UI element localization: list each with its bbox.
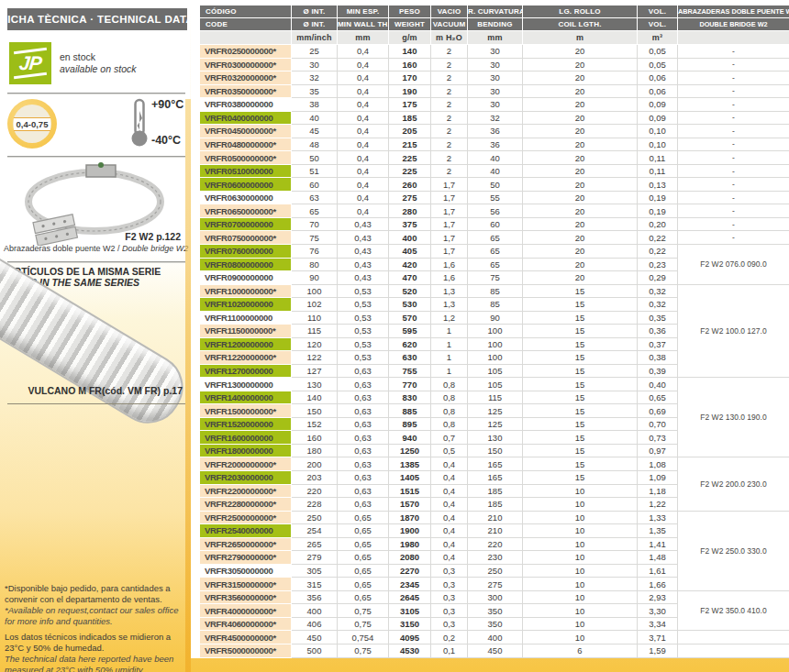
value-cell: 0,4 (431, 524, 468, 538)
page-title: FICHA TÈCNICA · TECHNICAL DATA (7, 8, 187, 30)
product-code-cell: VRFR0380000000 (200, 98, 292, 112)
value-cell: 20 (523, 217, 638, 231)
value-cell: 1,6 (431, 271, 468, 285)
value-cell: 0,22 (638, 231, 678, 245)
value-cell: 170 (389, 72, 431, 85)
value-cell: 0,29 (638, 271, 678, 285)
value-cell: 48 (292, 138, 338, 151)
value-cell: 45 (292, 125, 338, 138)
unit-mm: mm (338, 31, 389, 45)
clamp-ref-cell: - (678, 72, 789, 85)
value-cell: 0,63 (338, 457, 389, 471)
divider (7, 93, 185, 94)
value-cell: 254 (292, 524, 338, 538)
value-cell: 90 (292, 271, 338, 285)
clamp-ref-cell: F2 W2 100.0 127.0 (678, 284, 789, 378)
value-cell: 2 (431, 98, 468, 112)
value-cell: 1,35 (638, 524, 678, 538)
table-row: VRFR4500000000*4500,75440950,2400103,71 (200, 631, 789, 644)
unit-g-m: g/m (389, 31, 431, 45)
col-header-curvatura: R. CURVATURA (468, 6, 523, 18)
value-cell: 0,63 (338, 378, 389, 391)
value-cell: 1,09 (638, 471, 678, 485)
value-cell: 0,53 (338, 298, 389, 312)
value-cell: 20 (523, 204, 638, 218)
value-cell: 770 (389, 378, 431, 391)
value-cell: 0,65 (338, 551, 389, 565)
value-cell: 3,30 (638, 604, 678, 618)
value-cell: 20 (523, 138, 638, 151)
value-cell: 65 (292, 204, 338, 218)
value-cell: 65 (468, 231, 523, 245)
value-cell: 36 (468, 138, 523, 151)
value-cell: 0,11 (638, 151, 678, 165)
value-cell: 20 (523, 151, 638, 165)
value-cell: 0,8 (431, 404, 468, 418)
value-cell: 400 (292, 604, 338, 618)
value-cell: 0,8 (431, 378, 468, 391)
value-cell: 2 (431, 72, 468, 85)
value-cell: 32 (292, 72, 338, 85)
clamp-ref-cell (678, 631, 789, 644)
value-cell: 1,22 (638, 498, 678, 512)
value-cell: 20 (523, 191, 638, 204)
value-cell: 0,53 (338, 311, 389, 325)
wall-thickness-value: 0,4-0,75 (14, 117, 51, 131)
value-cell: 150 (468, 444, 523, 457)
value-cell: 1385 (389, 457, 431, 471)
unit-blank-2 (678, 31, 789, 45)
value-cell: 1,6 (431, 258, 468, 271)
value-cell: 0,4 (338, 98, 389, 112)
value-cell: 220 (468, 537, 523, 551)
value-cell: 20 (523, 178, 638, 192)
col-header-codigo: CÓDIGO (200, 6, 292, 18)
value-cell: 80 (292, 258, 338, 271)
product-code-cell: VRFR0510000000 (200, 164, 292, 178)
value-cell: 20 (523, 45, 638, 59)
clamp-ref-cell: - (678, 204, 789, 218)
value-cell: 2 (431, 164, 468, 178)
value-cell: 1,7 (431, 231, 468, 245)
divider (7, 403, 185, 404)
col-header-code: CODE (200, 18, 292, 31)
value-cell: 0,43 (338, 258, 389, 271)
value-cell: 2 (431, 84, 468, 98)
value-cell: 1570 (389, 498, 431, 512)
value-cell: 279 (292, 551, 338, 565)
product-code-cell: VRFR5000000000* (200, 644, 292, 657)
col-header-weight: WEIGHT (389, 18, 431, 31)
value-cell: 203 (292, 471, 338, 485)
value-cell: 30 (468, 72, 523, 85)
value-cell: 140 (292, 391, 338, 404)
value-cell: 185 (389, 111, 431, 125)
value-cell: 0,43 (338, 244, 389, 258)
value-cell: 0,2 (431, 631, 468, 644)
header-row-units: mm/inch mm g/m m H₂O mm m m³ (200, 31, 789, 45)
footnotes: *Disponible bajo pedido, para cantidades… (5, 583, 185, 672)
product-code-cell: VRFR1520000000 (200, 417, 292, 431)
value-cell: 30 (468, 45, 523, 59)
product-code-cell: VRFR0500000000* (200, 151, 292, 165)
table-body: VRFR0250000000*250,4140230200,05-VRFR030… (200, 45, 789, 658)
value-cell: 0,65 (338, 564, 389, 578)
value-cell: 0,4 (338, 204, 389, 218)
value-cell: 755 (389, 364, 431, 378)
col-header-min-esp: MIN ESP. (338, 6, 389, 18)
clamp-ref-cell: - (678, 191, 789, 204)
value-cell: 40 (468, 164, 523, 178)
clamp-caption-es: Abrazaderas doble puente W2 (4, 244, 116, 253)
product-code-cell: VRFR0320000000* (200, 72, 292, 85)
product-code-cell: VRFR3150000000* (200, 578, 292, 591)
product-code-cell: VRFR1000000000* (200, 284, 292, 298)
table-row: VRFR13000000001300,637700,8105150,40F2 W… (200, 378, 789, 391)
value-cell: 0,43 (338, 271, 389, 285)
value-cell: 0,19 (638, 191, 678, 204)
value-cell: 0,4 (431, 484, 468, 498)
value-cell: 65 (468, 258, 523, 271)
value-cell: 75 (292, 231, 338, 245)
value-cell: 250 (292, 511, 338, 524)
product-code-cell: VRFR2280000000* (200, 498, 292, 512)
value-cell: 470 (389, 271, 431, 285)
value-cell: 35 (292, 84, 338, 98)
value-cell: 0,23 (638, 258, 678, 271)
